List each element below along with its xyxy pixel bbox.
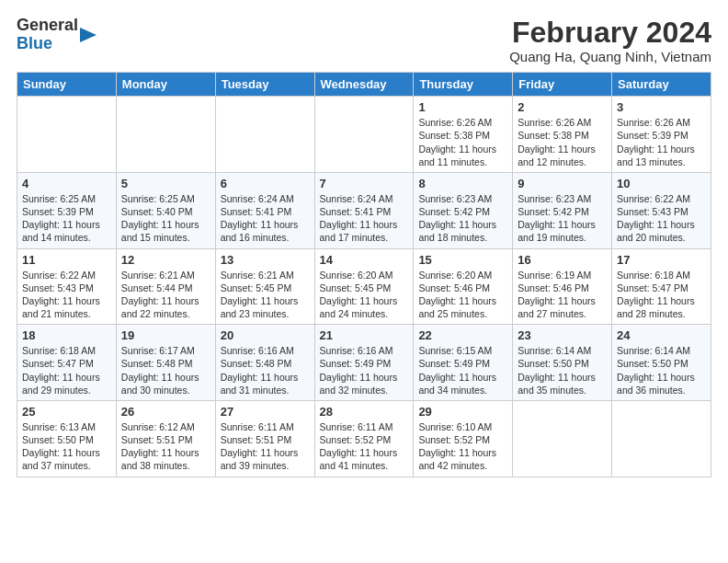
calendar-page: General Blue February 2024 Quang Ha, Qua…	[0, 0, 728, 487]
weekday-header-row: Sunday Monday Tuesday Wednesday Thursday…	[17, 73, 711, 97]
table-row: 23Sunrise: 6:14 AM Sunset: 5:50 PM Dayli…	[513, 325, 612, 401]
table-row: 17Sunrise: 6:18 AM Sunset: 5:47 PM Dayli…	[612, 248, 711, 325]
table-row: 8Sunrise: 6:23 AM Sunset: 5:42 PM Daylig…	[414, 172, 513, 248]
day-info: Sunrise: 6:22 AM Sunset: 5:43 PM Dayligh…	[617, 192, 706, 245]
day-number: 23	[518, 328, 607, 342]
day-info: Sunrise: 6:21 AM Sunset: 5:44 PM Dayligh…	[121, 269, 210, 321]
day-info: Sunrise: 6:17 AM Sunset: 5:48 PM Dayligh…	[121, 344, 210, 396]
table-row: 10Sunrise: 6:22 AM Sunset: 5:43 PM Dayli…	[612, 172, 711, 248]
day-number: 26	[121, 405, 210, 419]
day-number: 10	[617, 177, 706, 190]
table-row: 11Sunrise: 6:22 AM Sunset: 5:43 PM Dayli…	[17, 248, 117, 325]
header-tuesday: Tuesday	[215, 73, 314, 97]
day-number: 13	[221, 253, 310, 267]
day-number: 25	[22, 405, 111, 419]
day-number: 20	[221, 328, 310, 342]
header-monday: Monday	[116, 73, 215, 97]
header-sunday: Sunday	[17, 73, 117, 97]
table-row: 7Sunrise: 6:24 AM Sunset: 5:41 PM Daylig…	[314, 172, 414, 248]
calendar-week-row: 1Sunrise: 6:26 AM Sunset: 5:38 PM Daylig…	[17, 97, 711, 173]
table-row: 18Sunrise: 6:18 AM Sunset: 5:47 PM Dayli…	[17, 325, 117, 401]
table-row: 27Sunrise: 6:11 AM Sunset: 5:51 PM Dayli…	[215, 400, 314, 477]
day-number: 8	[418, 177, 507, 190]
day-number: 24	[617, 328, 706, 342]
day-number: 11	[22, 253, 111, 267]
header-saturday: Saturday	[612, 73, 711, 97]
table-row: 1Sunrise: 6:26 AM Sunset: 5:38 PM Daylig…	[414, 97, 513, 173]
table-row	[314, 97, 414, 173]
day-number: 15	[418, 253, 507, 267]
calendar-week-row: 25Sunrise: 6:13 AM Sunset: 5:50 PM Dayli…	[17, 400, 711, 477]
table-row: 14Sunrise: 6:20 AM Sunset: 5:45 PM Dayli…	[314, 248, 414, 325]
day-info: Sunrise: 6:20 AM Sunset: 5:46 PM Dayligh…	[418, 269, 507, 321]
header-wednesday: Wednesday	[314, 73, 414, 97]
day-info: Sunrise: 6:20 AM Sunset: 5:45 PM Dayligh…	[320, 269, 409, 321]
day-number: 6	[221, 177, 310, 190]
day-number: 17	[617, 253, 706, 267]
day-number: 18	[22, 328, 111, 342]
day-info: Sunrise: 6:15 AM Sunset: 5:49 PM Dayligh…	[418, 344, 507, 396]
calendar-week-row: 11Sunrise: 6:22 AM Sunset: 5:43 PM Dayli…	[17, 248, 711, 325]
day-number: 28	[320, 405, 409, 419]
day-number: 12	[121, 253, 210, 267]
title-area: February 2024 Quang Ha, Quang Ninh, Viet…	[509, 17, 711, 64]
day-info: Sunrise: 6:21 AM Sunset: 5:45 PM Dayligh…	[221, 269, 310, 321]
table-row: 5Sunrise: 6:25 AM Sunset: 5:40 PM Daylig…	[116, 172, 215, 248]
day-number: 16	[518, 253, 607, 267]
day-info: Sunrise: 6:19 AM Sunset: 5:46 PM Dayligh…	[518, 269, 607, 321]
day-number: 14	[320, 253, 409, 267]
svg-marker-0	[80, 28, 97, 42]
day-number: 5	[121, 177, 210, 190]
table-row: 16Sunrise: 6:19 AM Sunset: 5:46 PM Dayli…	[513, 248, 612, 325]
day-info: Sunrise: 6:14 AM Sunset: 5:50 PM Dayligh…	[518, 344, 607, 396]
day-number: 21	[320, 328, 409, 342]
day-info: Sunrise: 6:11 AM Sunset: 5:51 PM Dayligh…	[221, 420, 310, 473]
table-row: 4Sunrise: 6:25 AM Sunset: 5:39 PM Daylig…	[17, 172, 117, 248]
table-row: 29Sunrise: 6:10 AM Sunset: 5:52 PM Dayli…	[414, 400, 513, 477]
day-info: Sunrise: 6:13 AM Sunset: 5:50 PM Dayligh…	[22, 420, 111, 473]
day-number: 19	[121, 328, 210, 342]
day-number: 2	[518, 100, 607, 114]
day-number: 22	[418, 328, 507, 342]
day-info: Sunrise: 6:23 AM Sunset: 5:42 PM Dayligh…	[518, 192, 607, 245]
day-info: Sunrise: 6:25 AM Sunset: 5:40 PM Dayligh…	[121, 192, 210, 245]
day-info: Sunrise: 6:11 AM Sunset: 5:52 PM Dayligh…	[320, 420, 409, 473]
table-row: 19Sunrise: 6:17 AM Sunset: 5:48 PM Dayli…	[116, 325, 215, 401]
header-friday: Friday	[513, 73, 612, 97]
table-row: 12Sunrise: 6:21 AM Sunset: 5:44 PM Dayli…	[116, 248, 215, 325]
table-row: 3Sunrise: 6:26 AM Sunset: 5:39 PM Daylig…	[612, 97, 711, 173]
table-row	[612, 400, 711, 477]
day-number: 4	[22, 177, 111, 190]
table-row: 24Sunrise: 6:14 AM Sunset: 5:50 PM Dayli…	[612, 325, 711, 401]
day-number: 27	[221, 405, 310, 419]
table-row	[513, 400, 612, 477]
table-row	[17, 97, 117, 173]
day-number: 29	[418, 405, 507, 419]
day-info: Sunrise: 6:18 AM Sunset: 5:47 PM Dayligh…	[22, 344, 111, 396]
table-row: 28Sunrise: 6:11 AM Sunset: 5:52 PM Dayli…	[314, 400, 414, 477]
table-row: 25Sunrise: 6:13 AM Sunset: 5:50 PM Dayli…	[17, 400, 117, 477]
table-row: 26Sunrise: 6:12 AM Sunset: 5:51 PM Dayli…	[116, 400, 215, 477]
day-info: Sunrise: 6:26 AM Sunset: 5:38 PM Dayligh…	[418, 116, 507, 168]
table-row: 13Sunrise: 6:21 AM Sunset: 5:45 PM Dayli…	[215, 248, 314, 325]
day-number: 1	[418, 100, 507, 114]
table-row: 9Sunrise: 6:23 AM Sunset: 5:42 PM Daylig…	[513, 172, 612, 248]
day-number: 9	[518, 177, 607, 190]
day-info: Sunrise: 6:22 AM Sunset: 5:43 PM Dayligh…	[22, 269, 111, 321]
calendar-subtitle: Quang Ha, Quang Ninh, Vietnam	[509, 49, 711, 64]
header-thursday: Thursday	[414, 73, 513, 97]
day-info: Sunrise: 6:25 AM Sunset: 5:39 PM Dayligh…	[22, 192, 111, 245]
day-info: Sunrise: 6:12 AM Sunset: 5:51 PM Dayligh…	[121, 420, 210, 473]
table-row: 22Sunrise: 6:15 AM Sunset: 5:49 PM Dayli…	[414, 325, 513, 401]
table-row	[116, 97, 215, 173]
day-number: 3	[617, 100, 706, 114]
day-info: Sunrise: 6:24 AM Sunset: 5:41 PM Dayligh…	[320, 192, 409, 245]
table-row: 2Sunrise: 6:26 AM Sunset: 5:38 PM Daylig…	[513, 97, 612, 173]
table-row: 21Sunrise: 6:16 AM Sunset: 5:49 PM Dayli…	[314, 325, 414, 401]
day-info: Sunrise: 6:24 AM Sunset: 5:41 PM Dayligh…	[221, 192, 310, 245]
logo: General Blue	[17, 17, 98, 53]
day-info: Sunrise: 6:14 AM Sunset: 5:50 PM Dayligh…	[617, 344, 706, 396]
calendar-title: February 2024	[509, 17, 711, 49]
table-row: 6Sunrise: 6:24 AM Sunset: 5:41 PM Daylig…	[215, 172, 314, 248]
page-header: General Blue February 2024 Quang Ha, Qua…	[17, 17, 711, 64]
